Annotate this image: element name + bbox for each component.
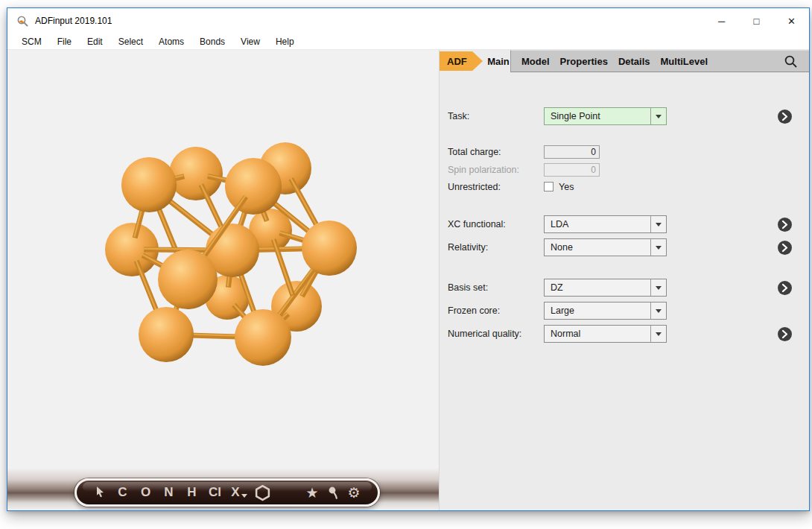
menu-help[interactable]: Help <box>273 35 296 48</box>
menu-view[interactable]: View <box>238 35 262 48</box>
search-tool-button[interactable] <box>323 486 343 500</box>
relativity-select[interactable]: None <box>544 238 667 256</box>
chevron-down-icon <box>241 494 247 498</box>
dropdown-arrow-icon[interactable] <box>650 216 666 232</box>
total-charge-input[interactable]: 0 <box>544 145 600 159</box>
atom[interactable] <box>225 158 282 215</box>
hexagon-ring-icon <box>254 484 271 501</box>
tab-model[interactable]: Model <box>521 56 550 67</box>
xc-functional-detail-button[interactable] <box>778 218 792 232</box>
cursor-icon <box>95 486 107 499</box>
title-bar: ADFinput 2019.101 ─ □ ✕ <box>7 8 809 34</box>
menu-scm[interactable]: SCM <box>19 35 44 48</box>
total-charge-row: Total charge: 0 <box>440 145 809 159</box>
menu-edit[interactable]: Edit <box>85 35 105 48</box>
atom[interactable] <box>169 147 223 200</box>
frozen-core-label: Frozen core: <box>448 302 500 320</box>
atom[interactable] <box>158 250 218 309</box>
relativity-detail-button[interactable] <box>778 241 792 255</box>
spin-polarization-input: 0 <box>544 163 600 177</box>
spin-polarization-label: Spin polarization: <box>448 163 519 177</box>
maximize-button[interactable]: □ <box>739 8 774 34</box>
element-o-button[interactable]: O <box>134 485 157 500</box>
relativity-label: Relativity: <box>448 238 488 256</box>
xc-functional-row: XC functional: LDA <box>440 215 809 233</box>
app-icon <box>16 15 29 28</box>
frozen-core-row: Frozen core: Large <box>440 302 809 320</box>
tab-properties[interactable]: Properties <box>560 56 608 67</box>
ring-tool-button[interactable] <box>252 484 273 501</box>
minimize-button[interactable]: ─ <box>704 8 739 34</box>
xc-functional-label: XC functional: <box>448 215 506 233</box>
frozen-core-select[interactable]: Large <box>544 302 667 320</box>
dropdown-arrow-icon[interactable] <box>650 302 666 319</box>
structures-tool-button[interactable]: ★ <box>302 486 323 500</box>
molecule-3d-view[interactable] <box>7 50 439 510</box>
element-x-button[interactable]: X <box>226 485 252 500</box>
tab-strip: Model Properties Details MultiLevel <box>510 50 809 72</box>
star-icon: ★ <box>305 486 318 500</box>
task-label: Task: <box>448 107 469 125</box>
element-n-button[interactable]: N <box>157 485 180 500</box>
dropdown-arrow-icon[interactable] <box>650 279 666 296</box>
atom[interactable] <box>302 221 357 276</box>
task-select[interactable]: Single Point <box>544 107 667 125</box>
wand-icon <box>327 486 340 500</box>
element-toolbar: C O N H Cl X ★ <box>74 478 380 507</box>
app-window: ADFinput 2019.101 ─ □ ✕ SCM File Edit Se… <box>7 7 810 511</box>
atom[interactable] <box>139 307 194 362</box>
menu-file[interactable]: File <box>55 35 74 48</box>
unrestricted-row: Unrestricted: Yes <box>440 182 809 194</box>
search-icon[interactable] <box>784 54 799 69</box>
pointer-tool-button[interactable] <box>90 486 111 499</box>
options-panel: ADF Main Model Properties Details MultiL… <box>439 50 809 510</box>
close-button[interactable]: ✕ <box>774 8 809 34</box>
settings-tool-button[interactable]: ⚙ <box>343 486 364 500</box>
menu-select[interactable]: Select <box>116 35 145 48</box>
unrestricted-checkbox-label: Yes <box>559 182 574 193</box>
gear-icon: ⚙ <box>347 486 360 500</box>
window-title: ADFinput 2019.101 <box>35 16 112 26</box>
atom[interactable] <box>235 309 291 366</box>
menu-bar: SCM File Edit Select Atoms Bonds View He… <box>7 34 809 50</box>
spin-polarization-row: Spin polarization: 0 <box>440 163 809 177</box>
relativity-row: Relativity: None <box>440 238 809 256</box>
tab-main[interactable]: Main <box>486 50 510 72</box>
molecule-viewer[interactable]: C O N H Cl X ★ <box>7 50 439 510</box>
numerical-quality-row: Numerical quality: Normal <box>440 325 809 343</box>
tab-adf[interactable]: ADF <box>440 51 483 71</box>
task-detail-button[interactable] <box>778 110 792 124</box>
dropdown-arrow-icon[interactable] <box>650 239 666 256</box>
numerical-quality-select[interactable]: Normal <box>544 325 667 343</box>
basis-set-label: Basis set: <box>448 279 488 297</box>
unrestricted-label: Unrestricted: <box>448 182 501 193</box>
basis-set-select[interactable]: DZ <box>544 279 667 297</box>
menu-atoms[interactable]: Atoms <box>156 35 186 48</box>
total-charge-label: Total charge: <box>448 145 501 159</box>
numerical-quality-detail-button[interactable] <box>778 327 792 341</box>
element-cl-button[interactable]: Cl <box>203 485 226 500</box>
task-row: Task: Single Point <box>440 107 809 125</box>
tab-bar: ADF Main Model Properties Details MultiL… <box>440 50 809 72</box>
basis-set-row: Basis set: DZ <box>440 279 809 297</box>
tab-details[interactable]: Details <box>618 56 650 67</box>
basis-set-detail-button[interactable] <box>778 281 792 295</box>
numerical-quality-label: Numerical quality: <box>448 325 521 343</box>
unrestricted-checkbox[interactable] <box>544 182 554 191</box>
element-h-button[interactable]: H <box>180 485 203 500</box>
element-c-button[interactable]: C <box>111 485 134 500</box>
dropdown-arrow-icon[interactable] <box>650 108 666 124</box>
tab-multilevel[interactable]: MultiLevel <box>661 56 708 67</box>
dropdown-arrow-icon[interactable] <box>650 326 666 342</box>
menu-bonds[interactable]: Bonds <box>197 35 227 48</box>
xc-functional-select[interactable]: LDA <box>544 215 667 233</box>
atom[interactable] <box>121 157 177 212</box>
